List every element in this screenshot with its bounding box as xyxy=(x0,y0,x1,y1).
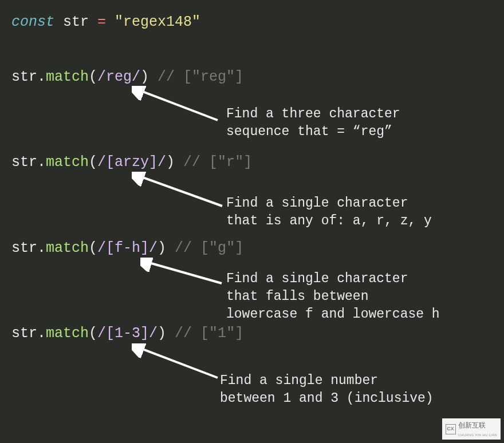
paren-open: ( xyxy=(89,69,97,85)
keyword-const: const xyxy=(11,14,54,30)
comment: // ["reg"] xyxy=(149,69,243,85)
string-literal: "regex148" xyxy=(115,14,200,30)
dot: . xyxy=(37,240,46,256)
method-match: match xyxy=(46,154,89,171)
regex-literal: /reg/ xyxy=(97,69,140,85)
arrow-2 xyxy=(132,172,226,212)
comment: // ["r"] xyxy=(175,154,252,171)
paren-open: ( xyxy=(89,154,97,171)
code-line-4: str.match(/[1-3]/) // ["1"] xyxy=(11,323,493,345)
assign-op: = xyxy=(97,14,106,30)
obj-ref: str xyxy=(11,69,37,85)
var-name: str xyxy=(63,14,89,30)
watermark-logo: CX xyxy=(446,424,456,434)
watermark: CX 创新互联 CHUANG XIN HU LIAN xyxy=(442,418,501,440)
svg-line-7 xyxy=(140,348,218,378)
code-line-3: str.match(/[f-h]/) // ["g"] xyxy=(11,238,493,259)
arrow-1 xyxy=(132,86,223,126)
method-match: match xyxy=(46,69,89,85)
method-match: match xyxy=(46,240,89,256)
comment: // ["1"] xyxy=(166,325,243,342)
arrow-4 xyxy=(132,343,223,383)
paren-close: ) xyxy=(166,154,175,171)
dot: . xyxy=(37,69,46,85)
comment: // ["g"] xyxy=(166,240,243,256)
regex-literal: /[arzy]/ xyxy=(97,154,166,171)
annotation-2: Find a single character that is any of: … xyxy=(226,195,432,230)
obj-ref: str xyxy=(11,154,37,171)
annotation-1: Find a three character sequence that = “… xyxy=(226,105,400,141)
paren-open: ( xyxy=(89,240,97,256)
paren-close: ) xyxy=(158,325,166,342)
obj-ref: str xyxy=(11,325,37,342)
annotation-3: Find a single character that falls betwe… xyxy=(226,270,440,323)
dot: . xyxy=(37,325,46,342)
dot: . xyxy=(37,154,46,171)
paren-open: ( xyxy=(89,325,97,342)
obj-ref: str xyxy=(11,240,37,256)
svg-line-5 xyxy=(147,262,222,283)
svg-line-1 xyxy=(140,90,218,120)
annotation-4: Find a single number between 1 and 3 (in… xyxy=(220,372,434,408)
method-match: match xyxy=(46,325,89,342)
paren-close: ) xyxy=(158,240,166,256)
watermark-sub: CHUANG XIN HU LIAN xyxy=(458,433,497,437)
paren-close: ) xyxy=(140,69,149,85)
declaration-line: const str = "regex148" xyxy=(11,11,493,33)
watermark-text: 创新互联 xyxy=(458,421,486,429)
code-line-1: str.match(/reg/) // ["reg"] xyxy=(11,66,493,88)
svg-line-3 xyxy=(140,176,222,206)
code-line-2: str.match(/[arzy]/) // ["r"] xyxy=(11,152,493,173)
regex-literal: /[1-3]/ xyxy=(97,325,158,342)
arrow-3 xyxy=(140,258,226,289)
regex-literal: /[f-h]/ xyxy=(97,240,158,256)
